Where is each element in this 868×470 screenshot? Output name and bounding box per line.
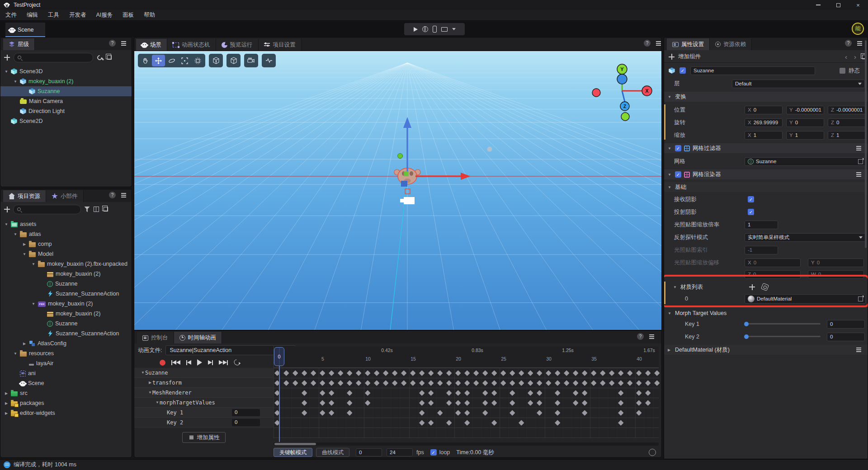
center-tab[interactable]: 场景 bbox=[136, 39, 167, 51]
track-row[interactable]: ▼morphTargetValues bbox=[134, 398, 274, 408]
track-value-input[interactable]: 0 bbox=[232, 419, 260, 426]
keyframe-diamond[interactable] bbox=[365, 390, 370, 395]
rotate-tool-button[interactable] bbox=[165, 55, 178, 66]
keyframe-diamond[interactable] bbox=[627, 380, 632, 385]
keyframe-diamond[interactable] bbox=[537, 410, 542, 415]
keyframe-diamond[interactable] bbox=[446, 380, 452, 385]
tree-item[interactable]: Main Camera bbox=[0, 96, 132, 106]
slider-knob[interactable] bbox=[744, 322, 749, 326]
keyframe-diamond[interactable] bbox=[347, 400, 352, 405]
morph-key1-slider[interactable] bbox=[745, 323, 821, 324]
globe-button[interactable] bbox=[422, 26, 428, 32]
keyframe-diamond[interactable] bbox=[455, 370, 461, 376]
keyframe-diamond[interactable] bbox=[636, 370, 642, 376]
mesh-renderer-section-header[interactable]: ▼ ✓ 网格渲染器 bbox=[664, 169, 868, 179]
lightmap-offset-y-input[interactable]: Y0 bbox=[808, 258, 864, 267]
keyframe-diamond[interactable] bbox=[600, 370, 605, 376]
keyframe-diamond[interactable] bbox=[446, 390, 452, 395]
inspector-scrollbar[interactable] bbox=[865, 40, 867, 248]
keyframe-diamond[interactable] bbox=[374, 380, 379, 385]
keyframe-diamond[interactable] bbox=[347, 380, 352, 385]
keyframe-diamond[interactable] bbox=[491, 420, 497, 425]
tree-item[interactable]: Suzanne_SuzanneAction bbox=[0, 329, 132, 338]
scale-y-input[interactable]: Y1 bbox=[786, 131, 824, 140]
keyframe-diamond[interactable] bbox=[618, 410, 623, 415]
tree-item[interactable]: Suzanne bbox=[0, 86, 132, 96]
keyframe-diamond[interactable] bbox=[509, 380, 515, 385]
menu-item[interactable]: 编辑 bbox=[27, 11, 38, 19]
keyframe-diamond[interactable] bbox=[311, 380, 316, 385]
keyframe-diamond[interactable] bbox=[519, 380, 524, 385]
keyframe-diamond[interactable] bbox=[356, 370, 361, 376]
keyframe-diamond[interactable] bbox=[573, 380, 578, 385]
expand-arrow-icon[interactable]: ▶ bbox=[22, 342, 27, 346]
keyframe-diamond[interactable] bbox=[654, 370, 660, 376]
keyframe-diamond[interactable] bbox=[500, 380, 506, 385]
keyframe-diamond[interactable] bbox=[419, 390, 425, 395]
move-tool-button[interactable] bbox=[152, 55, 165, 66]
keyframe-diamond[interactable] bbox=[302, 400, 307, 405]
play-animation-button[interactable] bbox=[197, 359, 202, 366]
keyframe-diamond[interactable] bbox=[464, 380, 470, 385]
center-tab[interactable]: 动画状态机 bbox=[167, 39, 216, 51]
menu-item[interactable]: AI服务 bbox=[96, 11, 113, 19]
keyframe-diamond[interactable] bbox=[636, 390, 642, 395]
keyframe-diamond[interactable] bbox=[329, 390, 334, 395]
view-axis-gizmo[interactable]: Y X Z bbox=[592, 64, 652, 121]
keyframe-diamond[interactable] bbox=[437, 410, 443, 415]
panel-menu-icon[interactable] bbox=[649, 336, 654, 337]
keyframe-diamond[interactable] bbox=[392, 370, 397, 376]
keyframe-diamond[interactable] bbox=[356, 380, 361, 385]
keyframe-diamond[interactable] bbox=[609, 380, 614, 385]
component-menu-icon[interactable] bbox=[856, 174, 861, 175]
mesh-renderer-enabled-checkbox[interactable]: ✓ bbox=[675, 171, 681, 178]
skip-to-start-button[interactable] bbox=[171, 360, 180, 365]
keyframe-diamond[interactable] bbox=[311, 370, 316, 376]
keyframe-diamond[interactable] bbox=[320, 370, 325, 376]
axis-negy-ball[interactable] bbox=[621, 113, 629, 121]
user-badge[interactable]: 能 bbox=[852, 23, 864, 35]
keyframe-diamond[interactable] bbox=[636, 400, 642, 405]
next-frame-button[interactable] bbox=[208, 360, 213, 365]
keyframe-diamond[interactable] bbox=[455, 380, 461, 385]
keyframe-diamond[interactable] bbox=[555, 410, 560, 415]
keyframe-diamond[interactable] bbox=[428, 420, 434, 425]
skip-to-end-button[interactable] bbox=[219, 360, 228, 365]
keyframe-diamond[interactable] bbox=[573, 400, 578, 405]
tree-item[interactable]: ▼mokey_buaxin (2) bbox=[0, 76, 132, 86]
close-button[interactable]: × bbox=[848, 0, 868, 10]
keyframe-diamond[interactable] bbox=[283, 370, 289, 376]
center-tab[interactable]: 项目设置 bbox=[259, 39, 302, 51]
keyframe-diamond[interactable] bbox=[302, 380, 307, 385]
tree-item[interactable]: Scene2D bbox=[0, 116, 132, 126]
assets-panel-tab[interactable]: 小部件 bbox=[46, 190, 84, 202]
help-icon[interactable]: ? bbox=[109, 192, 116, 198]
component-menu-icon[interactable] bbox=[856, 349, 861, 350]
keyframe-diamond[interactable] bbox=[645, 400, 651, 405]
keyframe-diamond[interactable] bbox=[473, 370, 479, 376]
timeline-tab[interactable]: 控制台 bbox=[137, 332, 174, 343]
keyframe-diamond[interactable] bbox=[419, 380, 425, 385]
add-component-button[interactable]: 增加组件 bbox=[678, 53, 701, 61]
keyframe-diamond[interactable] bbox=[555, 390, 560, 395]
timeline-tab[interactable]: 时间轴动画 bbox=[174, 332, 222, 343]
keyframe-diamond[interactable] bbox=[591, 380, 596, 385]
keyframe-diamond[interactable] bbox=[636, 410, 642, 415]
component-menu-icon[interactable] bbox=[856, 148, 861, 149]
keyframe-diamond[interactable] bbox=[636, 380, 642, 385]
keyframe-diamond[interactable] bbox=[519, 420, 524, 425]
keyframe-diamond[interactable] bbox=[419, 370, 425, 376]
tree-item[interactable]: ▼Scene3D bbox=[0, 66, 132, 76]
keyframe-diamond[interactable] bbox=[347, 390, 352, 395]
keyframe-diamond[interactable] bbox=[618, 380, 623, 385]
expand-arrow-icon[interactable]: ▼ bbox=[22, 252, 27, 256]
keyframe-diamond[interactable] bbox=[618, 420, 623, 425]
keyframe-diamond[interactable] bbox=[329, 400, 334, 405]
static-checkbox[interactable] bbox=[840, 68, 845, 74]
menu-item[interactable]: 帮助 bbox=[144, 11, 155, 19]
tree-item[interactable]: mokey_buaxin (2) bbox=[0, 269, 132, 279]
help-icon[interactable]: ? bbox=[644, 40, 651, 47]
nav-back-icon[interactable]: ‹ bbox=[845, 53, 847, 61]
rotation-z-input[interactable]: Z0 bbox=[828, 118, 866, 127]
keyframe-diamond[interactable] bbox=[519, 370, 524, 376]
